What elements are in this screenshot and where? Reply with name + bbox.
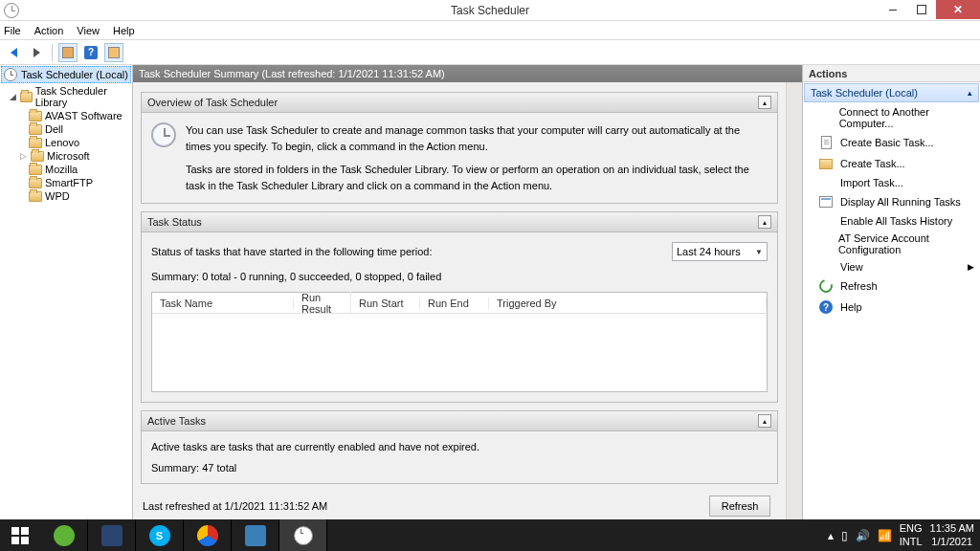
app-icon [101,525,122,546]
title-bar: Task Scheduler ✕ [0,0,980,21]
action-enable-history[interactable]: Enable All Tasks History [803,212,980,230]
help-button[interactable]: ? [81,43,100,62]
action-refresh[interactable]: Refresh [803,276,980,297]
summary-header: Task Scheduler Summary (Last refreshed: … [133,65,802,82]
clock-icon [294,526,313,545]
action-label: Create Task... [840,158,905,169]
console-tree: Task Scheduler (Local) ◢ Task Scheduler … [0,65,133,519]
refresh-button[interactable]: Refresh [709,496,770,517]
refresh-label: Refresh [722,500,759,512]
tree-root[interactable]: Task Scheduler (Local) [1,66,131,83]
close-button[interactable]: ✕ [936,0,980,19]
active-tasks-header: Active Tasks ▴ [141,410,778,431]
help-icon: ? [84,46,98,59]
tray-language[interactable]: ENGINTL [900,522,923,547]
taskbar-app-scheduler[interactable] [279,519,327,551]
tree-item-avast[interactable]: AVAST Software [0,109,132,122]
tree-library[interactable]: ◢ Task Scheduler Library [0,84,132,109]
lang2: INTL [900,536,923,548]
menu-action[interactable]: Action [34,25,64,36]
folder-icon [29,124,42,135]
tasks-icon [818,194,834,209]
time: 11:35 AM [930,522,974,535]
period-select[interactable]: Last 24 hours ▼ [672,242,768,261]
action-label: View [840,261,863,273]
active-tasks-desc: Active tasks are tasks that are currentl… [151,441,768,452]
action-create-task[interactable]: Create Task... [803,153,980,174]
action-view[interactable]: View▶ [803,258,980,276]
tree-item-label: Dell [45,123,63,135]
last-refreshed-label: Last refreshed at 1/1/2021 11:31:52 AM [143,500,327,512]
arrow-right-icon [33,48,40,57]
action-label: Display All Running Tasks [840,196,961,208]
folder-icon [31,151,44,162]
menu-bar: File Action View Help [0,21,980,40]
tree-item-mozilla[interactable]: Mozilla [0,163,132,176]
taskbar-app-skype[interactable]: S [136,519,184,551]
taskbar-app-vscode[interactable] [88,519,136,551]
show-hide-console-button[interactable] [58,43,78,62]
collapse-button[interactable]: ▴ [758,414,771,428]
tray-network-icon[interactable]: 📶 [878,529,892,542]
start-button[interactable] [0,519,40,551]
menu-view[interactable]: View [77,25,100,36]
tree-item-smartftp[interactable]: SmartFTP [0,176,132,189]
chevron-up-icon[interactable]: ▴ [968,88,972,98]
overview-text: You can use Task Scheduler to create and… [186,122,768,193]
tree-item-lenovo[interactable]: Lenovo [0,136,132,149]
task-status-header: Task Status ▴ [141,211,778,232]
minimize-button[interactable] [879,0,907,19]
taskbar: S ▴ ▯ 🔊 📶 ENGINTL 11:35 AM1/1/2021 [0,519,980,551]
col-run-start[interactable]: Run Start [351,298,420,309]
menu-help[interactable]: Help [113,25,135,36]
doc-icon [818,135,834,150]
back-button[interactable] [4,43,23,62]
action-display-running[interactable]: Display All Running Tasks [803,191,980,212]
tree-item-label: AVAST Software [45,110,122,121]
app-icon [197,525,218,546]
forward-button[interactable] [27,43,46,62]
action-create-basic[interactable]: Create Basic Task... [803,132,980,153]
summary-footer: Last refreshed at 1/1/2021 11:31:52 AM R… [141,492,778,517]
vertical-scrollbar[interactable] [786,82,802,519]
overview-body: You can use Task Scheduler to create and… [141,113,778,204]
action-pane-icon [108,47,120,58]
menu-file[interactable]: File [4,25,21,36]
taskbar-app-monitor[interactable] [232,519,279,551]
app-icon: S [149,525,170,546]
col-run-result[interactable]: Run Result [294,292,351,315]
col-run-end[interactable]: Run End [420,298,489,309]
expand-icon[interactable]: ◢ [10,93,17,101]
tray-clock[interactable]: 11:35 AM1/1/2021 [930,522,974,547]
tree-item-dell[interactable]: Dell [0,122,132,136]
taskbar-app-chrome[interactable] [184,519,232,551]
action-import[interactable]: Import Task... [803,174,980,191]
arrow-left-icon [11,48,17,57]
active-tasks-summary: Summary: 47 total [151,462,768,474]
windows-icon [11,527,29,544]
action-connect[interactable]: Connect to Another Computer... [803,103,980,132]
expand-icon[interactable]: ▷ [19,152,28,161]
collapse-button[interactable]: ▴ [758,96,771,109]
tree-item-label: WPD [45,190,70,202]
app-icon [54,525,75,546]
col-task-name[interactable]: Task Name [152,298,294,309]
col-triggered-by[interactable]: Triggered By [489,298,767,309]
tray-chevron-icon[interactable]: ▴ [828,529,834,542]
maximize-button[interactable] [907,0,936,19]
action-help[interactable]: ?Help [803,297,980,318]
task-status-title: Task Status [147,216,202,228]
tray-action-center-icon[interactable]: ▯ [841,529,848,542]
tree-item-microsoft[interactable]: ▷Microsoft [0,149,132,163]
main-area: Task Scheduler (Local) ◢ Task Scheduler … [0,65,980,519]
folder-icon [818,156,834,171]
overview-title: Overview of Task Scheduler [147,97,278,108]
tree-item-wpd[interactable]: WPD [0,189,132,203]
tray-volume-icon[interactable]: 🔊 [856,529,870,542]
collapse-button[interactable]: ▴ [758,215,771,229]
taskbar-app-utorrent[interactable] [40,519,88,551]
show-hide-action-button[interactable] [104,43,123,62]
action-at-service[interactable]: AT Service Account Configuration [803,230,980,258]
actions-subtitle-label: Task Scheduler (Local) [811,87,918,99]
toolbar: ? [0,40,980,65]
